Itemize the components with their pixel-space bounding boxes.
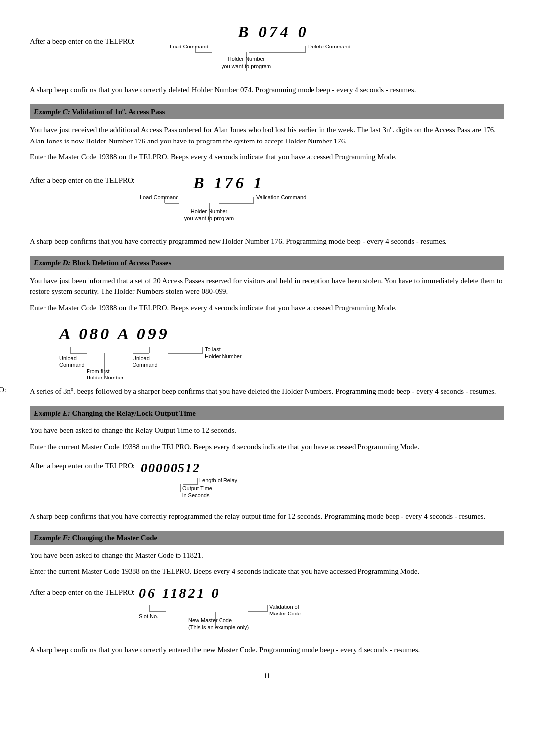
example-e-para2: Enter the current Master Code 19388 on t… [30,441,504,453]
example-c-confirm: A sharp beep confirms that you have corr… [30,236,504,247]
svg-text:Holder Number: Holder Number [191,208,228,214]
intro-svg: Load Command Delete Command Holder Numbe… [170,44,377,78]
example-c-header-bold: Example C: [34,108,70,116]
svg-text:From first: From first [87,368,109,374]
after-beep-label-intro: After a beep enter on the TELPRO: [30,20,135,47]
svg-text:Delete Command: Delete Command [308,44,351,49]
example-f-diagram-container: 06 11821 0 Slot No. New Master Code (Thi… [139,583,327,638]
after-beep-label-c: After a beep enter on the TELPRO: [30,171,135,186]
example-d-diagram: A 080 A 099 Unload Command From first Ho… [59,321,504,383]
svg-text:Validation Command: Validation Command [256,194,306,200]
intro-confirm: A sharp beep confirms that you have corr… [30,84,504,95]
svg-text:New Master Code: New Master Code [188,617,232,623]
after-beep-label-d: After a beep enter on the TELPRO: [0,384,6,396]
example-d-block: Example D: Block Deletion of Access Pass… [30,256,504,397]
example-d-confirm: A series of 3no. beeps followed by a sha… [30,385,504,397]
example-c-diagram-container: B 176 1 Load Command Validation Command … [140,171,318,228]
example-f-diagram: After a beep enter on the TELPRO: 06 118… [30,583,504,638]
example-c-diagram: After a beep enter on the TELPRO: B 176 … [30,171,504,228]
example-c-header: Example C: Validation of 1no. Access Pas… [30,104,504,119]
svg-text:Holder Number: Holder Number [87,375,124,380]
svg-text:Load Command: Load Command [140,194,178,200]
svg-text:Load Command: Load Command [170,44,208,49]
example-c-svg: Load Command Validation Command Holder N… [140,194,318,228]
example-e-diagram-container: 00000512 Length of Relay Output Time in … [141,458,240,505]
example-c-header-rest: Validation of 1n [70,108,122,116]
example-f-para1: You have been asked to change the Master… [30,550,504,561]
example-f-code: 06 11821 0 [139,583,220,604]
example-e-confirm: A sharp beep confirms that you have corr… [30,511,504,522]
example-d-para2: Enter the Master Code 19388 on the TELPR… [30,302,504,314]
svg-text:Command: Command [59,362,85,368]
svg-text:Output Time: Output Time [182,485,212,491]
example-f-block: Example F: Changing the Master Code You … [30,531,504,656]
svg-text:To last: To last [205,346,221,352]
example-e-diagram: After a beep enter on the TELPRO: 000005… [30,458,504,505]
svg-text:Validation of: Validation of [269,604,300,610]
example-f-svg: Slot No. New Master Code (This is an exa… [139,604,327,638]
after-beep-label-f: After a beep enter on the TELPRO: [30,583,135,598]
example-d-para1: You have just been informed that a set o… [30,275,504,297]
svg-text:Holder Number: Holder Number [205,353,242,359]
intro-code: B 074 0 [170,20,377,44]
svg-text:Unload: Unload [133,355,150,361]
example-f-header-bold: Example F: [34,534,70,542]
example-d-svg: Unload Command From first Holder Number … [59,346,307,383]
example-d-header-bold: Example D: [34,259,71,267]
example-d-header-rest: Block Deletion of Access Passes [71,259,172,267]
intro-block: After a beep enter on the TELPRO: B 074 … [30,20,504,95]
example-e-code: 00000512 [141,458,200,477]
example-e-svg: Length of Relay Output Time in Seconds [141,477,240,505]
svg-text:Master Code: Master Code [269,611,301,616]
example-c-para2: Enter the Master Code 19388 on the TELPR… [30,151,504,163]
example-f-confirm: A sharp beep confirms that you have corr… [30,644,504,656]
example-f-para2: Enter the current Master Code 19388 on t… [30,566,504,577]
svg-text:Length of Relay: Length of Relay [199,477,238,483]
after-beep-label-e: After a beep enter on the TELPRO: [30,458,135,472]
example-d-code: A 080 A 099 [59,321,170,346]
example-d-header: Example D: Block Deletion of Access Pass… [30,256,504,270]
svg-text:(This is an example only): (This is an example only) [188,624,249,630]
svg-text:in Seconds: in Seconds [182,492,210,498]
example-c-header-end: . Access Pass [125,108,165,116]
svg-text:you want to program: you want to program [184,215,234,221]
example-e-header: Example E: Changing the Relay/Lock Outpu… [30,406,504,421]
page-number: 11 [30,670,504,682]
intro-diagram-container: B 074 0 Load Command Delete Command Hold… [140,20,377,78]
example-f-header: Example F: Changing the Master Code [30,531,504,545]
intro-diagram: After a beep enter on the TELPRO: B 074 … [30,20,504,78]
example-c-code: B 176 1 [140,171,318,194]
example-e-para1: You have been asked to change the Relay … [30,425,504,436]
svg-text:Slot No.: Slot No. [139,614,158,619]
example-c-para1: You have just received the additional Ac… [30,124,504,146]
example-f-header-rest: Changing the Master Code [70,534,157,542]
svg-text:Command: Command [133,362,158,368]
example-e-header-bold: Example E: [34,409,70,417]
example-e-block: Example E: Changing the Relay/Lock Outpu… [30,406,504,522]
svg-text:Unload: Unload [59,355,77,361]
example-c-block: Example C: Validation of 1no. Access Pas… [30,104,504,247]
example-e-header-rest: Changing the Relay/Lock Output Time [70,409,196,417]
